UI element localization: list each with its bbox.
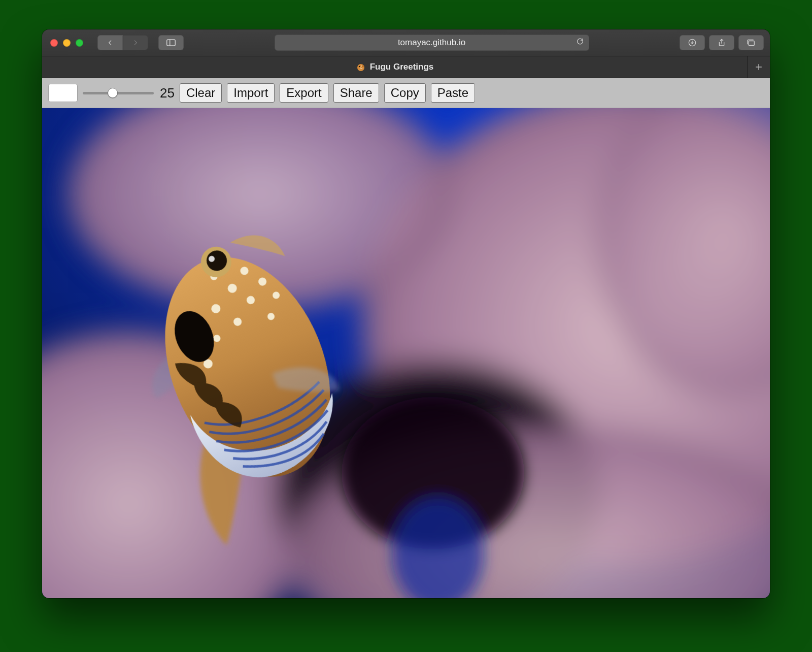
- slider-thumb[interactable]: [108, 88, 118, 98]
- toolbar-right: [680, 35, 764, 50]
- svg-point-5: [358, 66, 359, 67]
- svg-point-7: [360, 68, 361, 69]
- show-tabs-button[interactable]: [738, 35, 764, 50]
- chevron-right-icon: [132, 39, 139, 46]
- browser-window: tomayac.github.io: [42, 29, 770, 598]
- tabs-icon: [747, 39, 756, 47]
- tab-fugu-greetings[interactable]: Fugu Greetings: [42, 56, 747, 78]
- svg-point-8: [361, 68, 362, 69]
- app-toolbar: 25 Clear Import Export Share Copy Paste: [42, 78, 770, 108]
- window-controls: [50, 39, 83, 47]
- plus-icon: [755, 63, 763, 71]
- svg-point-6: [361, 66, 362, 67]
- svg-rect-3: [749, 41, 754, 46]
- share-app-button[interactable]: Share: [333, 83, 379, 103]
- svg-rect-0: [167, 40, 176, 46]
- downloads-button[interactable]: [680, 35, 705, 50]
- zoom-window-button[interactable]: [76, 39, 83, 47]
- titlebar: tomayac.github.io: [42, 29, 770, 56]
- export-button[interactable]: Export: [280, 83, 328, 103]
- share-button[interactable]: [709, 35, 734, 50]
- paste-button[interactable]: Paste: [431, 83, 475, 103]
- close-window-button[interactable]: [50, 39, 58, 47]
- chevron-left-icon: [107, 39, 114, 46]
- reload-button[interactable]: [576, 38, 584, 48]
- canvas-image: [42, 108, 770, 598]
- new-tab-button[interactable]: [747, 56, 770, 78]
- minimize-window-button[interactable]: [63, 39, 71, 47]
- clear-button[interactable]: Clear: [180, 83, 222, 103]
- svg-point-4: [357, 64, 364, 71]
- slider-track: [83, 92, 154, 94]
- import-button[interactable]: Import: [227, 83, 275, 103]
- sidebar-icon: [166, 39, 176, 46]
- address-bar[interactable]: tomayac.github.io: [275, 35, 589, 51]
- brush-size-value: 25: [160, 85, 175, 101]
- sidebar-toggle-button[interactable]: [158, 35, 184, 50]
- download-icon: [688, 39, 696, 47]
- tab-title: Fugu Greetings: [370, 62, 434, 72]
- canvas-area[interactable]: [42, 108, 770, 598]
- brush-size-slider[interactable]: [83, 87, 154, 99]
- url-text: tomayac.github.io: [398, 38, 465, 48]
- color-swatch[interactable]: [48, 84, 78, 102]
- reload-icon: [576, 38, 584, 46]
- tab-bar: Fugu Greetings: [42, 56, 770, 78]
- nav-back-forward: [97, 35, 148, 50]
- back-button[interactable]: [97, 35, 123, 50]
- fugu-icon: [356, 62, 366, 72]
- forward-button[interactable]: [123, 35, 148, 50]
- copy-button[interactable]: Copy: [384, 83, 426, 103]
- share-icon: [718, 38, 726, 47]
